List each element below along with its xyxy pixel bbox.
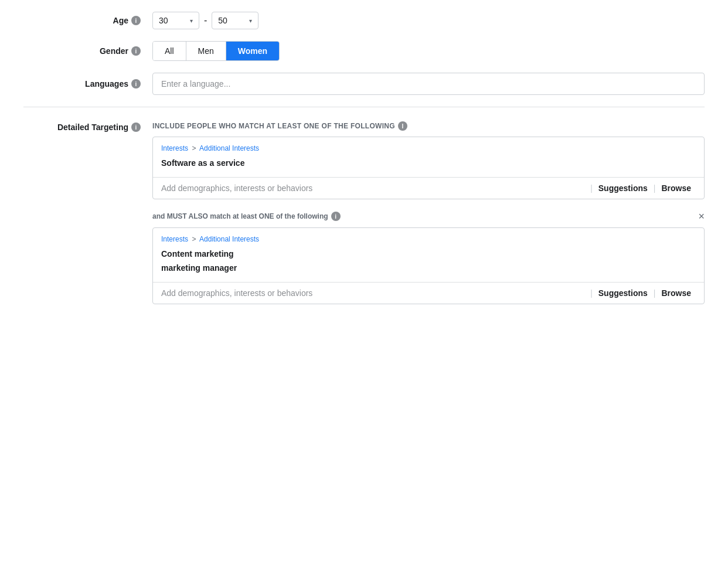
age-info-icon[interactable]: i <box>131 16 141 25</box>
languages-input[interactable] <box>152 73 705 95</box>
age-to-select[interactable]: 50 ▾ <box>212 12 258 29</box>
second-tag-area: Interests > Additional Interests Content… <box>153 228 704 282</box>
second-targeting-actions: | Suggestions | Browse <box>589 288 696 298</box>
first-targeting-box: Interests > Additional Interests Softwar… <box>152 137 705 199</box>
second-breadcrumb-sep: > <box>192 235 196 243</box>
second-breadcrumb-additional[interactable]: Additional Interests <box>199 235 259 243</box>
age-row: Age i 30 ▾ - 50 ▾ <box>23 12 705 29</box>
include-info-icon[interactable]: i <box>398 121 407 131</box>
gender-button-group: All Men Women <box>152 41 280 61</box>
gender-btn-women[interactable]: Women <box>226 42 279 60</box>
languages-content <box>152 73 705 95</box>
second-breadcrumb: Interests > Additional Interests <box>161 235 696 243</box>
also-match-info-icon[interactable]: i <box>331 212 341 221</box>
age-content: 30 ▾ - 50 ▾ <box>152 12 705 29</box>
age-from-chevron-icon: ▾ <box>190 18 193 24</box>
second-targeting-box: Interests > Additional Interests Content… <box>152 227 705 304</box>
detailed-targeting-info-icon[interactable]: i <box>131 123 141 132</box>
gender-content: All Men Women <box>152 41 705 61</box>
age-to-chevron-icon: ▾ <box>249 18 252 24</box>
detailed-targeting-content: INCLUDE people who match at least ONE of… <box>152 121 705 307</box>
first-breadcrumb-additional[interactable]: Additional Interests <box>199 144 259 152</box>
first-add-placeholder[interactable]: Add demographics, interests or behaviors <box>161 183 589 193</box>
second-add-placeholder[interactable]: Add demographics, interests or behaviors <box>161 288 589 298</box>
first-targeting-input-area: Add demographics, interests or behaviors… <box>153 177 704 199</box>
gender-info-icon[interactable]: i <box>131 46 141 56</box>
age-label: Age i <box>23 16 152 25</box>
include-description: INCLUDE people who match at least ONE of… <box>152 121 705 131</box>
first-browse-btn[interactable]: Browse <box>656 183 696 193</box>
second-tag-1: Content marketing <box>161 247 696 261</box>
also-match-description: and MUST ALSO match at least ONE of the … <box>152 212 341 221</box>
detailed-targeting-label: Detailed Targeting i <box>23 121 152 132</box>
first-breadcrumb-interests[interactable]: Interests <box>161 144 188 152</box>
gender-row: Gender i All Men Women <box>23 41 705 61</box>
age-from-select[interactable]: 30 ▾ <box>152 12 199 29</box>
detailed-targeting-section: Detailed Targeting i INCLUDE people who … <box>23 121 705 307</box>
also-match-row: and MUST ALSO match at least ONE of the … <box>152 211 705 222</box>
first-breadcrumb-sep: > <box>192 144 196 152</box>
second-browse-btn[interactable]: Browse <box>656 288 696 298</box>
section-divider <box>23 107 705 107</box>
second-targeting-input-area: Add demographics, interests or behaviors… <box>153 282 704 304</box>
gender-label: Gender i <box>23 46 152 56</box>
first-tag: Software as a service <box>161 156 696 170</box>
first-targeting-actions: | Suggestions | Browse <box>589 183 696 193</box>
second-suggestions-btn[interactable]: Suggestions <box>594 288 652 298</box>
languages-label: Languages i <box>23 79 152 89</box>
first-breadcrumb: Interests > Additional Interests <box>161 144 696 152</box>
second-breadcrumb-interests[interactable]: Interests <box>161 235 188 243</box>
age-dash: - <box>204 15 207 26</box>
second-tag-2: marketing manager <box>161 261 696 275</box>
first-suggestions-btn[interactable]: Suggestions <box>594 183 652 193</box>
languages-row: Languages i <box>23 73 705 95</box>
gender-btn-all[interactable]: All <box>153 42 186 60</box>
first-tag-area: Interests > Additional Interests Softwar… <box>153 137 704 177</box>
also-match-close-btn[interactable]: × <box>698 211 705 222</box>
gender-btn-men[interactable]: Men <box>186 42 226 60</box>
languages-info-icon[interactable]: i <box>131 79 141 89</box>
